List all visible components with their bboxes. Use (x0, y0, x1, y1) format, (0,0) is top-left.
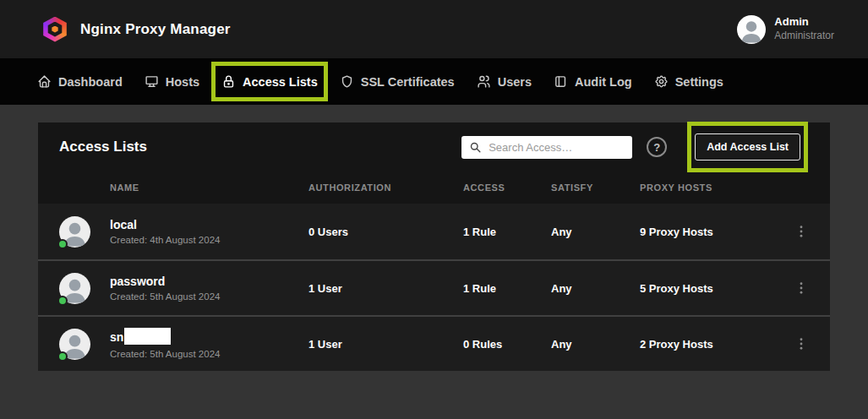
row-menu-button[interactable] (794, 224, 809, 239)
user-name: Admin (774, 15, 834, 30)
user-text: Admin Administrator (774, 15, 834, 42)
main-nav: Dashboard Hosts Access Lists SSL Certifi… (0, 58, 868, 105)
access-list-name: password (110, 275, 165, 288)
nav-label-hosts: Hosts (166, 75, 199, 89)
table-row[interactable]: sn Created: 5th August 2024 1 User 0 Rul… (38, 315, 830, 371)
nav-item-settings[interactable]: Settings (654, 74, 723, 89)
table-body: local Created: 4th August 2024 0 Users 1… (38, 204, 830, 371)
authorization-value: 1 User (308, 282, 463, 295)
column-header-authorization: AUTHORIZATION (308, 182, 463, 193)
nav-item-hosts[interactable]: Hosts (145, 74, 199, 89)
user-menu[interactable]: Admin Administrator (737, 15, 834, 44)
column-header-name: NAME (110, 182, 308, 193)
page-title: Access Lists (59, 139, 147, 155)
gear-icon (654, 74, 669, 89)
monitor-icon (145, 74, 159, 89)
main-content: Access Lists ? Add Access List (0, 105, 868, 389)
access-value: 1 Rule (463, 226, 551, 238)
nav-label-users: Users (498, 75, 532, 89)
app-title: Nginx Proxy Manager (80, 21, 231, 38)
card-actions: ? Add Access List (461, 133, 809, 161)
column-header-proxy-hosts: PROXY HOSTS (640, 182, 775, 193)
avatar (59, 273, 90, 304)
status-dot (57, 351, 68, 362)
book-icon (554, 74, 568, 89)
proxy-hosts-value: 9 Proxy Hosts (640, 226, 775, 238)
satisfy-value: Any (551, 338, 640, 351)
access-value: 0 Rules (463, 338, 551, 351)
search-icon (469, 141, 482, 154)
user-role: Administrator (774, 30, 834, 43)
access-lists-card: Access Lists ? Add Access List (38, 122, 830, 371)
nav-item-access-lists[interactable]: Access Lists (221, 74, 318, 89)
status-dot (57, 239, 68, 249)
proxy-hosts-value: 2 Proxy Hosts (640, 338, 775, 351)
users-icon (477, 74, 491, 89)
nav-label-audit-log: Audit Log (575, 75, 632, 89)
table-header-row: NAME AUTHORIZATION ACCESS SATISFY PROXY … (38, 171, 830, 204)
table-row[interactable]: local Created: 4th August 2024 0 Users 1… (38, 204, 830, 259)
lock-icon (221, 74, 236, 89)
shield-icon (340, 74, 354, 89)
proxy-hosts-value: 5 Proxy Hosts (640, 282, 775, 295)
nav-item-audit-log[interactable]: Audit Log (554, 74, 632, 89)
status-dot (57, 296, 68, 306)
authorization-value: 1 User (308, 338, 463, 351)
access-list-name: sn (110, 330, 123, 344)
search-input[interactable] (461, 136, 632, 159)
satisfy-value: Any (551, 226, 640, 238)
nav-label-dashboard: Dashboard (58, 75, 123, 89)
card-top: Access Lists ? Add Access List (38, 122, 830, 204)
nav-label-ssl-certificates: SSL Certificates (361, 75, 455, 89)
access-value: 1 Rule (463, 282, 551, 295)
add-access-list-button[interactable]: Add Access List (695, 133, 800, 161)
avatar (59, 216, 90, 248)
column-header-access: ACCESS (463, 182, 551, 193)
column-header-satisfy: SATISFY (551, 182, 640, 193)
nav-item-users[interactable]: Users (477, 74, 532, 89)
user-avatar (737, 15, 766, 44)
person-icon (737, 15, 766, 44)
search-box (461, 136, 632, 159)
created-date: Created: 5th August 2024 (110, 291, 308, 302)
avatar (59, 329, 90, 360)
nav-label-settings: Settings (675, 75, 723, 89)
home-icon (37, 74, 52, 89)
add-button-wrap: Add Access List (695, 133, 800, 161)
nav-item-ssl-certificates[interactable]: SSL Certificates (340, 74, 455, 89)
nav-item-dashboard[interactable]: Dashboard (37, 74, 123, 89)
row-menu-button[interactable] (794, 336, 809, 351)
brand: Nginx Proxy Manager (42, 17, 231, 42)
app-logo-icon (42, 17, 68, 42)
nav-label-access-lists: Access Lists (243, 75, 318, 89)
created-date: Created: 5th August 2024 (110, 349, 308, 359)
help-button[interactable]: ? (647, 137, 667, 157)
redaction-box (124, 328, 171, 345)
row-menu-button[interactable] (794, 280, 809, 296)
app-header: Nginx Proxy Manager Admin Administrator (0, 0, 868, 58)
created-date: Created: 4th August 2024 (110, 235, 308, 245)
satisfy-value: Any (551, 282, 640, 295)
access-list-name: local (110, 218, 137, 231)
table-row[interactable]: password Created: 5th August 2024 1 User… (38, 259, 830, 315)
authorization-value: 0 Users (308, 226, 463, 238)
card-title-row: Access Lists ? Add Access List (38, 122, 830, 171)
